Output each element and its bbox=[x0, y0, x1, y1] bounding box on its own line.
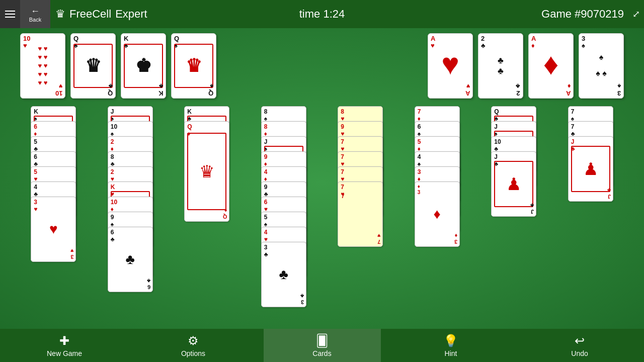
cards-label: Cards bbox=[312, 349, 331, 357]
foundation-hearts[interactable]: A♥ ♥ A♥ bbox=[428, 33, 473, 99]
game-number: Game #9070219 bbox=[541, 8, 624, 21]
card-3-hearts[interactable]: 3♥ ♥ 3♥ bbox=[31, 197, 76, 262]
freecell-1[interactable]: 10♥ ♥ ♥♥ ♥♥ ♥♥ ♥♥ ♥ 10♥ bbox=[20, 33, 65, 99]
foundations: A♥ ♥ A♥ 2♣ ♣♣ 2♣ A♦ ♦ A♦ 3♠ ♠ ♠ ♠ 3♠ bbox=[428, 33, 624, 99]
header: ← Back ♛ FreeCell Expert time 1:24 Game … bbox=[0, 0, 644, 28]
column-4[interactable]: 8♠ ♠ 8♠ 8♦ ♦ 8♦ J♠ ♟ J♠ 9♦ ♦ 9♦ 4♦ ♦ bbox=[261, 106, 306, 307]
freecell-2[interactable]: Q♣ ♛ Q♣ bbox=[70, 33, 116, 99]
column-8[interactable]: 7♠ ♠ 7♠ 7♣ ♣ 7♣ J♣ ♟ J♣ bbox=[568, 106, 613, 202]
card-J-col8[interactable]: J♣ ♟ J♣ bbox=[568, 136, 613, 202]
difficulty-label: Expert bbox=[115, 8, 147, 21]
cards-button[interactable]: 🂠 Cards bbox=[264, 329, 381, 362]
options-button[interactable]: ⚙ Options bbox=[135, 329, 252, 362]
card-Q-diamonds[interactable]: Q♦ ♛ Q♦ bbox=[184, 121, 229, 222]
card-3-clubs[interactable]: 3♣ ♣ 3♣ bbox=[261, 242, 306, 307]
column-5[interactable]: 8♥ ♥ 8♥ 9♥ ♥ 9♥ 7♥ ♥ 7♥ 7♥ ♥ 7♥ 7♥ ♥ bbox=[338, 106, 383, 247]
freecell-4[interactable]: Q♠ ♛ Q♠ bbox=[171, 33, 216, 99]
hint-icon: 💡 bbox=[443, 334, 458, 348]
freecells: 10♥ ♥ ♥♥ ♥♥ ♥♥ ♥♥ ♥ 10♥ Q♣ ♛ Q♣ K♣ ♚ K♣ … bbox=[20, 33, 216, 99]
top-row: 10♥ ♥ ♥♥ ♥♥ ♥♥ ♥♥ ♥ 10♥ Q♣ ♛ Q♣ K♣ ♚ K♣ … bbox=[5, 33, 639, 99]
undo-button[interactable]: ↩ Undo bbox=[521, 329, 638, 362]
new-game-label: New Game bbox=[47, 349, 82, 357]
columns: K♠ ♚ K♠ 6♦ ♦ 6♦ 5♣ ♣ 5♣ 6♣ ♣ 6♣ 5♥ ♥ bbox=[5, 106, 639, 307]
card-3-diamonds-2[interactable]: ♦3 ♦ 3♦ bbox=[415, 182, 460, 247]
column-2[interactable]: J♠ ♟ J♠ 10♠ ♠ 10♠ 2♦ ♦ 2♦ 8♣ ♣ 8♣ 2♥ ♥ bbox=[108, 106, 153, 292]
card-7-last[interactable]: 7♥ 7 7♥ bbox=[338, 182, 383, 247]
hint-button[interactable]: 💡 Hint bbox=[392, 329, 510, 362]
cards-icon: 🂠 bbox=[316, 334, 329, 348]
column-3[interactable]: K♣ ♚ K♣ Q♦ ♛ Q♦ bbox=[184, 106, 229, 222]
new-game-icon: ✚ bbox=[59, 334, 69, 348]
timer: time 1:24 bbox=[299, 8, 345, 21]
column-7[interactable]: Q♣ ♛ Q♣ J♠ ♟ J♠ 10♣ ♣ 10♣ J♣ ♟ J♣ bbox=[491, 106, 536, 217]
foundation-spades[interactable]: 3♠ ♠ ♠ ♠ 3♠ bbox=[579, 33, 624, 99]
new-game-button[interactable]: ✚ New Game bbox=[6, 329, 123, 362]
game-area: 10♥ ♥ ♥♥ ♥♥ ♥♥ ♥♥ ♥ 10♥ Q♣ ♛ Q♣ K♣ ♚ K♣ … bbox=[0, 28, 644, 337]
game-title: ♛ FreeCell Expert bbox=[55, 8, 147, 21]
foundation-clubs[interactable]: 2♣ ♣♣ 2♣ bbox=[478, 33, 523, 99]
hint-label: Hint bbox=[445, 349, 457, 357]
back-label: Back bbox=[29, 17, 41, 23]
freecell-3[interactable]: K♣ ♚ K♣ bbox=[121, 33, 166, 99]
crown-icon: ♛ bbox=[55, 8, 65, 21]
game-name: FreeCell bbox=[69, 8, 111, 21]
column-6[interactable]: 7♦ ♦ 7♦ 6♠ ♠ 6♠ 5♦ ♦ 5♦ 4♠ ♠ 4♠ 3♦ ♦ bbox=[415, 106, 460, 247]
undo-icon: ↩ bbox=[575, 334, 585, 348]
back-button[interactable]: ← Back bbox=[20, 0, 50, 28]
card-J-red[interactable]: J♣ ♟ J♣ bbox=[491, 151, 536, 217]
options-label: Options bbox=[181, 349, 205, 357]
column-1[interactable]: K♠ ♚ K♠ 6♦ ♦ 6♦ 5♣ ♣ 5♣ 6♣ ♣ 6♣ 5♥ ♥ bbox=[31, 106, 76, 262]
fullscreen-button[interactable]: ⤢ bbox=[628, 5, 644, 24]
card-6-last[interactable]: 6♣ ♣ 6♣ bbox=[108, 227, 153, 292]
menu-button[interactable] bbox=[0, 0, 20, 28]
foundation-diamonds[interactable]: A♦ ♦ A♦ bbox=[528, 33, 574, 99]
toolbar: ✚ New Game ⚙ Options 🂠 Cards 💡 Hint ↩ Un… bbox=[0, 329, 644, 362]
options-icon: ⚙ bbox=[188, 334, 199, 348]
undo-label: Undo bbox=[571, 349, 588, 357]
